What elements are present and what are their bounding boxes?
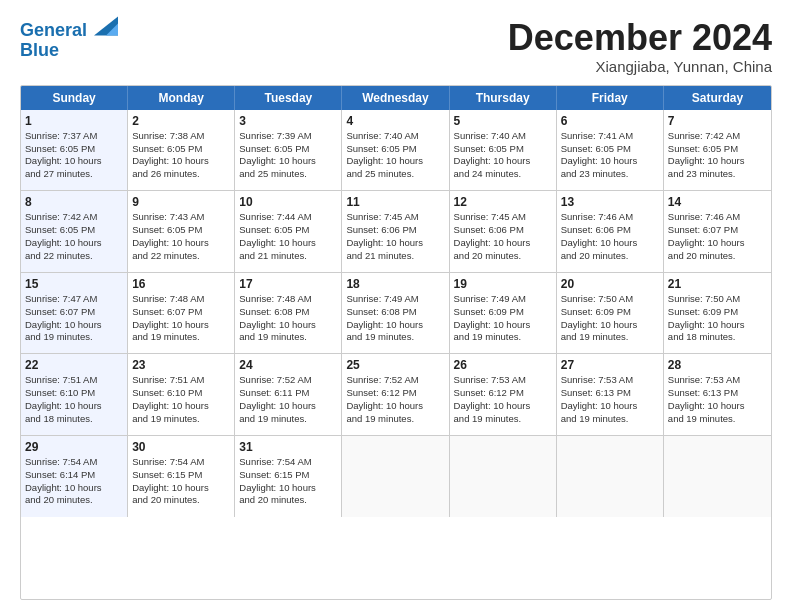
calendar-day-cell: 20Sunrise: 7:50 AMSunset: 6:09 PMDayligh… bbox=[557, 273, 664, 354]
day-number: 31 bbox=[239, 439, 337, 455]
day-info-line: Sunrise: 7:54 AM bbox=[132, 456, 230, 469]
day-info-line: Daylight: 10 hours bbox=[346, 319, 444, 332]
day-info-line: Sunset: 6:06 PM bbox=[561, 224, 659, 237]
weekday-header: Monday bbox=[128, 86, 235, 110]
day-info-line: Daylight: 10 hours bbox=[561, 400, 659, 413]
day-info-line: Sunset: 6:06 PM bbox=[346, 224, 444, 237]
day-info-line: Sunset: 6:12 PM bbox=[454, 387, 552, 400]
day-info-line: Daylight: 10 hours bbox=[132, 482, 230, 495]
calendar-day-cell: 9Sunrise: 7:43 AMSunset: 6:05 PMDaylight… bbox=[128, 191, 235, 272]
day-info-line: Daylight: 10 hours bbox=[668, 319, 767, 332]
calendar-day-cell: 28Sunrise: 7:53 AMSunset: 6:13 PMDayligh… bbox=[664, 354, 771, 435]
day-number: 15 bbox=[25, 276, 123, 292]
day-info-line: Sunrise: 7:49 AM bbox=[346, 293, 444, 306]
day-info-line: Sunrise: 7:53 AM bbox=[668, 374, 767, 387]
day-info-line: and 18 minutes. bbox=[668, 331, 767, 344]
day-info-line: and 23 minutes. bbox=[668, 168, 767, 181]
calendar-day-cell: 27Sunrise: 7:53 AMSunset: 6:13 PMDayligh… bbox=[557, 354, 664, 435]
day-number: 14 bbox=[668, 194, 767, 210]
header: General Blue December 2024 Xiangjiaba, Y… bbox=[20, 18, 772, 75]
day-info-line: and 22 minutes. bbox=[25, 250, 123, 263]
day-info-line: Daylight: 10 hours bbox=[132, 155, 230, 168]
day-info-line: Sunset: 6:09 PM bbox=[668, 306, 767, 319]
day-info-line: Daylight: 10 hours bbox=[561, 319, 659, 332]
calendar-day-cell: 18Sunrise: 7:49 AMSunset: 6:08 PMDayligh… bbox=[342, 273, 449, 354]
calendar-day-cell: 21Sunrise: 7:50 AMSunset: 6:09 PMDayligh… bbox=[664, 273, 771, 354]
weekday-header: Saturday bbox=[664, 86, 771, 110]
day-info-line: and 19 minutes. bbox=[25, 331, 123, 344]
day-info-line: Sunrise: 7:43 AM bbox=[132, 211, 230, 224]
calendar-day-cell: 19Sunrise: 7:49 AMSunset: 6:09 PMDayligh… bbox=[450, 273, 557, 354]
calendar-day-cell: 1Sunrise: 7:37 AMSunset: 6:05 PMDaylight… bbox=[21, 110, 128, 191]
day-info-line: Sunset: 6:09 PM bbox=[561, 306, 659, 319]
calendar-day-cell: 16Sunrise: 7:48 AMSunset: 6:07 PMDayligh… bbox=[128, 273, 235, 354]
day-number: 8 bbox=[25, 194, 123, 210]
day-number: 6 bbox=[561, 113, 659, 129]
day-info-line: and 25 minutes. bbox=[346, 168, 444, 181]
day-info-line: Sunset: 6:10 PM bbox=[132, 387, 230, 400]
day-info-line: Sunrise: 7:45 AM bbox=[454, 211, 552, 224]
calendar-day-cell: 22Sunrise: 7:51 AMSunset: 6:10 PMDayligh… bbox=[21, 354, 128, 435]
day-info-line: and 19 minutes. bbox=[346, 331, 444, 344]
location: Xiangjiaba, Yunnan, China bbox=[508, 58, 772, 75]
day-info-line: Sunrise: 7:37 AM bbox=[25, 130, 123, 143]
logo-text: General bbox=[20, 18, 118, 41]
day-info-line: and 25 minutes. bbox=[239, 168, 337, 181]
day-info-line: Sunset: 6:10 PM bbox=[25, 387, 123, 400]
weekday-header: Thursday bbox=[450, 86, 557, 110]
weekday-header: Friday bbox=[557, 86, 664, 110]
day-info-line: Sunset: 6:05 PM bbox=[239, 143, 337, 156]
day-info-line: Daylight: 10 hours bbox=[25, 319, 123, 332]
day-number: 10 bbox=[239, 194, 337, 210]
day-info-line: and 19 minutes. bbox=[561, 413, 659, 426]
day-info-line: Sunrise: 7:50 AM bbox=[561, 293, 659, 306]
day-number: 20 bbox=[561, 276, 659, 292]
day-info-line: Sunrise: 7:54 AM bbox=[239, 456, 337, 469]
day-info-line: and 19 minutes. bbox=[346, 413, 444, 426]
day-info-line: Daylight: 10 hours bbox=[561, 155, 659, 168]
day-info-line: Sunrise: 7:42 AM bbox=[668, 130, 767, 143]
day-info-line: Daylight: 10 hours bbox=[454, 319, 552, 332]
calendar-empty-cell bbox=[557, 436, 664, 518]
day-info-line: Daylight: 10 hours bbox=[561, 237, 659, 250]
calendar-empty-cell bbox=[342, 436, 449, 518]
page: General Blue December 2024 Xiangjiaba, Y… bbox=[0, 0, 792, 612]
day-info-line: and 22 minutes. bbox=[132, 250, 230, 263]
day-info-line: and 19 minutes. bbox=[668, 413, 767, 426]
calendar: SundayMondayTuesdayWednesdayThursdayFrid… bbox=[20, 85, 772, 600]
day-info-line: and 19 minutes. bbox=[561, 331, 659, 344]
calendar-day-cell: 11Sunrise: 7:45 AMSunset: 6:06 PMDayligh… bbox=[342, 191, 449, 272]
day-number: 16 bbox=[132, 276, 230, 292]
day-info-line: Sunset: 6:15 PM bbox=[239, 469, 337, 482]
day-number: 27 bbox=[561, 357, 659, 373]
day-info-line: Sunset: 6:13 PM bbox=[561, 387, 659, 400]
day-number: 7 bbox=[668, 113, 767, 129]
calendar-row: 8Sunrise: 7:42 AMSunset: 6:05 PMDaylight… bbox=[21, 191, 771, 273]
day-info-line: Daylight: 10 hours bbox=[132, 400, 230, 413]
day-info-line: Daylight: 10 hours bbox=[454, 237, 552, 250]
logo-icon bbox=[94, 16, 118, 36]
calendar-day-cell: 2Sunrise: 7:38 AMSunset: 6:05 PMDaylight… bbox=[128, 110, 235, 191]
calendar-body: 1Sunrise: 7:37 AMSunset: 6:05 PMDaylight… bbox=[21, 110, 771, 599]
day-info-line: Daylight: 10 hours bbox=[668, 155, 767, 168]
day-info-line: Daylight: 10 hours bbox=[454, 155, 552, 168]
day-info-line: Sunset: 6:05 PM bbox=[25, 143, 123, 156]
day-info-line: Sunset: 6:05 PM bbox=[132, 143, 230, 156]
day-number: 2 bbox=[132, 113, 230, 129]
calendar-row: 22Sunrise: 7:51 AMSunset: 6:10 PMDayligh… bbox=[21, 354, 771, 436]
day-info-line: Sunrise: 7:40 AM bbox=[346, 130, 444, 143]
calendar-day-cell: 30Sunrise: 7:54 AMSunset: 6:15 PMDayligh… bbox=[128, 436, 235, 518]
day-info-line: and 20 minutes. bbox=[132, 494, 230, 507]
day-info-line: and 19 minutes. bbox=[454, 331, 552, 344]
day-info-line: Sunset: 6:05 PM bbox=[132, 224, 230, 237]
day-info-line: Daylight: 10 hours bbox=[25, 155, 123, 168]
day-info-line: Daylight: 10 hours bbox=[25, 482, 123, 495]
day-info-line: Sunset: 6:11 PM bbox=[239, 387, 337, 400]
day-info-line: Daylight: 10 hours bbox=[239, 319, 337, 332]
calendar-empty-cell bbox=[664, 436, 771, 518]
day-info-line: Sunset: 6:09 PM bbox=[454, 306, 552, 319]
day-info-line: Sunrise: 7:38 AM bbox=[132, 130, 230, 143]
day-info-line: Sunrise: 7:48 AM bbox=[132, 293, 230, 306]
calendar-day-cell: 15Sunrise: 7:47 AMSunset: 6:07 PMDayligh… bbox=[21, 273, 128, 354]
day-number: 13 bbox=[561, 194, 659, 210]
